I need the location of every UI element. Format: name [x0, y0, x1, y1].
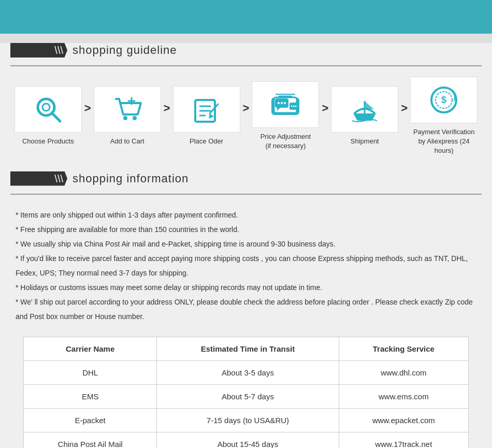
info-line-3: * We usually ship via China Post Air mai…	[16, 237, 476, 251]
shipping-table: Carrier Name Estimated Time in Transit T…	[23, 337, 469, 448]
svg-point-23	[295, 106, 297, 107]
svg-text:$: $	[441, 95, 446, 105]
step-icon-payment: $	[410, 77, 477, 123]
info-line-5: * Holidays or customs issues may meet so…	[16, 280, 476, 295]
svg-point-19	[281, 102, 283, 104]
svg-line-1	[52, 113, 60, 121]
info-line-6: * We' ll ship out parcel according to yo…	[16, 295, 476, 324]
col-tracking: Tracking Service	[339, 337, 468, 360]
step-label-payment: Payment Verificationby Aliexpress (24 ho…	[410, 127, 477, 156]
information-divider	[10, 194, 482, 195]
table-row: E-packet7-15 days (to USA&RU)www.epacket…	[24, 408, 469, 432]
table-header-row: Carrier Name Estimated Time in Transit T…	[24, 337, 469, 360]
arrow-3: >	[243, 102, 250, 115]
svg-point-4	[133, 116, 137, 120]
col-carrier: Carrier Name	[24, 337, 157, 360]
table-cell-0-0: DHL	[24, 360, 157, 384]
svg-point-2	[42, 104, 50, 111]
step-place-order: Place Oder	[173, 86, 240, 146]
step-price-adjustment: Price Adjustment(if necessary)	[252, 81, 319, 151]
step-shipment: Shipment	[331, 86, 398, 146]
col-transit: Estimated Time in Transit	[157, 337, 339, 360]
info-line-1: * Items are only shipped out within 1-3 …	[16, 208, 476, 222]
top-banner	[0, 0, 492, 34]
svg-point-20	[284, 102, 286, 104]
table-cell-3-2: www.17track.net	[339, 432, 468, 448]
table-cell-3-0: China Post Ail Mail	[24, 432, 157, 448]
steps-container: Choose Products > Add to Cart >	[10, 77, 482, 156]
arrow-2: >	[164, 102, 170, 115]
arrow-5: >	[401, 102, 408, 115]
guideline-title: shopping guideline	[73, 44, 177, 57]
info-line-2: * Free shipping are available for more t…	[16, 222, 476, 237]
step-label-order: Place Oder	[190, 137, 223, 146]
step-icon-choose-products	[15, 86, 82, 133]
step-label-cart: Add to Cart	[110, 137, 144, 146]
guideline-divider	[10, 65, 482, 66]
step-icon-price-adjustment	[252, 81, 319, 128]
table-cell-0-1: About 3-5 days	[157, 360, 339, 384]
header-bar-decoration	[10, 43, 67, 57]
step-icon-add-to-cart	[94, 86, 161, 133]
info-header-bar-decoration	[10, 171, 67, 186]
arrow-1: >	[84, 102, 91, 115]
svg-point-21	[291, 106, 293, 107]
svg-point-22	[293, 106, 295, 107]
step-label-shipment: Shipment	[351, 137, 379, 146]
guideline-header: shopping guideline	[10, 43, 482, 57]
svg-point-18	[278, 102, 280, 104]
step-label-price: Price Adjustment(if necessary)	[261, 132, 311, 151]
info-line-4: * If you'd like to receive parcel faster…	[16, 251, 476, 280]
table-cell-2-1: 7-15 days (to USA&RU)	[157, 408, 339, 432]
step-payment-verification: $ Payment Verificationby Aliexpress (24 …	[410, 77, 477, 156]
table-cell-3-1: About 15-45 days	[157, 432, 339, 448]
step-icon-shipment	[331, 86, 398, 133]
information-title: shopping information	[73, 172, 189, 185]
table-cell-1-2: www.ems.com	[339, 384, 468, 408]
information-header: shopping information	[10, 171, 482, 186]
step-label-choose: Choose Products	[22, 137, 74, 146]
step-choose-products: Choose Products	[15, 86, 82, 146]
arrow-4: >	[322, 102, 328, 115]
svg-point-3	[123, 116, 127, 120]
table-cell-2-0: E-packet	[24, 408, 157, 432]
table-row: China Post Ail MailAbout 15-45 dayswww.1…	[24, 432, 469, 448]
table-row: DHLAbout 3-5 dayswww.dhl.com	[24, 360, 469, 384]
info-text-block: * Items are only shipped out within 1-3 …	[10, 205, 482, 326]
step-add-to-cart: Add to Cart	[94, 86, 161, 146]
table-row: EMSAbout 5-7 dayswww.ems.com	[24, 384, 469, 408]
table-cell-2-2: www.epacket.com	[339, 408, 468, 432]
table-cell-0-2: www.dhl.com	[339, 360, 468, 384]
table-cell-1-1: About 5-7 days	[157, 384, 339, 408]
step-icon-place-order	[173, 86, 240, 133]
table-cell-1-0: EMS	[24, 384, 157, 408]
